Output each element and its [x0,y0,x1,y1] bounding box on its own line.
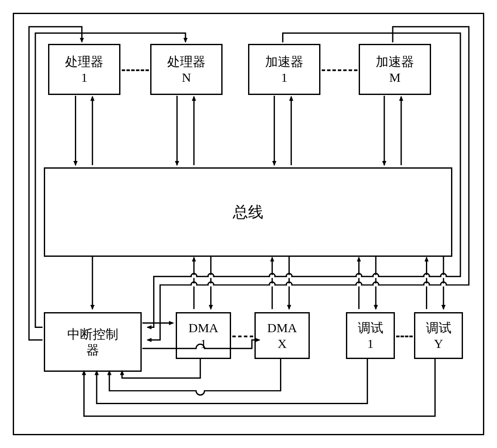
block-dma-1: DMA 1 [176,312,231,359]
label-line2: 1 [367,336,374,352]
label-line2: N [182,69,191,86]
block-processor-1: 处理器 1 [48,44,120,95]
label-line1: 调试 [358,320,383,336]
label-line1: 加速器 [265,54,303,70]
label-line1: 调试 [426,320,451,336]
label-line2: X [277,336,287,352]
label-line1: 加速器 [376,54,414,70]
dash-debug [396,336,413,337]
label-line1: 总线 [233,203,263,222]
dash-dma [232,336,253,337]
label-line2: 器 [86,342,99,358]
label-line2: 1 [200,336,207,352]
block-debug-y: 调试 Y [414,312,463,359]
label-line1: 中断控制 [67,326,118,342]
label-line2: Y [434,336,443,352]
diagram-frame: 处理器 1 处理器 N 加速器 1 加速器 M 总线 中断控制 器 DMA 1 … [13,13,484,435]
label-line1: DMA [267,320,297,336]
block-accelerator-m: 加速器 M [359,44,431,95]
label-line1: 处理器 [65,54,103,70]
block-dma-x: DMA X [254,312,310,359]
block-bus: 总线 [44,167,452,257]
label-line2: 1 [281,69,288,86]
dash-processors [122,69,149,71]
block-processor-n: 处理器 N [150,44,223,95]
label-line1: DMA [189,320,218,336]
block-interrupt-controller: 中断控制 器 [44,312,142,372]
block-debug-1: 调试 1 [346,312,395,359]
dash-accelerators [322,69,357,71]
label-line2: M [389,69,401,86]
label-line1: 处理器 [167,54,206,70]
label-line2: 1 [81,69,88,86]
block-accelerator-1: 加速器 1 [248,44,320,95]
